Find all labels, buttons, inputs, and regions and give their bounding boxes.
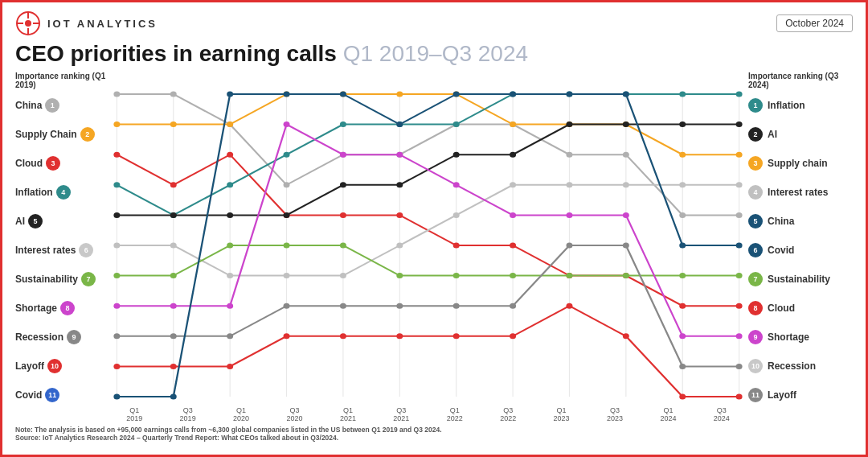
x-label-y: 2022 (428, 414, 481, 422)
logo: IOT ANALYTICS (15, 10, 158, 36)
right-label-row: 3 Supply chain (748, 149, 853, 178)
right-label-text: AI (768, 129, 777, 140)
x-label-group: Q32022 (481, 406, 534, 422)
data-point (453, 303, 460, 309)
right-label-row: 7 Sustainability (748, 265, 853, 294)
data-point (113, 303, 120, 309)
x-label-q: Q1 (534, 406, 588, 414)
right-label-text: China (768, 216, 794, 227)
data-point (227, 152, 233, 158)
logo-text: IOT ANALYTICS (47, 18, 158, 30)
left-label-list: China 1 Supply Chain 2 Cloud 3 Inflation… (15, 91, 108, 410)
data-point (396, 212, 403, 218)
left-label-text: Supply Chain (15, 129, 77, 140)
right-rank-badge: 2 (748, 127, 763, 142)
right-label-text: Shortage (768, 331, 809, 343)
x-label-q: Q1 (641, 406, 694, 414)
left-label-row: Shortage 8 (15, 294, 108, 323)
data-point (170, 212, 177, 218)
data-point (340, 152, 346, 158)
right-label-row: 5 China (748, 207, 853, 236)
data-point (113, 152, 120, 158)
data-point (113, 273, 120, 278)
right-rank-badge: 10 (748, 359, 763, 373)
left-labels: Importance ranking (Q1 2019) China 1 Sup… (15, 72, 108, 422)
data-point (736, 394, 743, 400)
data-point (170, 364, 177, 369)
data-point (396, 303, 403, 309)
right-label-text: Recession (768, 360, 816, 372)
data-point (510, 152, 516, 158)
data-point (227, 212, 233, 218)
left-label-row: Interest rates 6 (15, 236, 108, 265)
data-point (453, 121, 460, 127)
data-point (284, 182, 290, 187)
x-axis-labels: Q12019Q32019Q12020Q32020Q12021Q32021Q120… (108, 405, 748, 422)
data-point (113, 243, 120, 249)
title-section: CEO priorities in earning calls Q1 2019–… (2, 39, 866, 72)
data-point (736, 243, 743, 249)
data-point (284, 303, 290, 309)
main-container: IOT ANALYTICS October 2024 CEO prioritie… (0, 0, 868, 457)
data-point (679, 182, 686, 187)
data-point (566, 92, 572, 97)
right-label-text: Sustainability (768, 274, 830, 285)
data-point (566, 182, 572, 187)
data-point (736, 333, 743, 339)
left-rank-badge: 1 (45, 98, 59, 113)
data-point (113, 212, 120, 218)
data-point (284, 92, 290, 97)
right-ranking-header: Importance ranking (Q3 2024) (748, 72, 853, 89)
data-point (453, 212, 460, 218)
x-label-y: 2024 (695, 414, 748, 422)
data-point (679, 243, 686, 249)
right-rank-badge: 9 (748, 330, 763, 344)
right-labels: Importance ranking (Q3 2024) 1 Inflation… (748, 72, 853, 422)
data-point (340, 212, 346, 218)
x-label-y: 2023 (534, 414, 588, 422)
data-point (510, 273, 516, 278)
left-label-text: Cloud (15, 158, 43, 169)
right-label-list: 1 Inflation 2 AI 3 Supply chain 4 Intere… (748, 91, 853, 410)
chart-area: Importance ranking (Q1 2019) China 1 Sup… (2, 72, 866, 422)
left-label-text: China (15, 100, 42, 111)
x-label-q: Q3 (375, 406, 428, 414)
right-label-text: Supply chain (768, 158, 828, 169)
data-point (510, 212, 516, 218)
data-point (340, 182, 346, 187)
data-point (170, 182, 177, 187)
x-label-q: Q1 (108, 406, 161, 414)
source-label: Source: (15, 434, 41, 442)
data-point (736, 273, 743, 278)
data-point (736, 364, 743, 369)
data-point (284, 333, 290, 339)
right-label-row: 6 Covid (748, 236, 853, 265)
data-point (170, 303, 177, 309)
left-label-row: Supply Chain 2 (15, 120, 108, 149)
right-label-text: Interest rates (768, 187, 828, 198)
data-point (396, 92, 403, 97)
data-point (566, 303, 572, 309)
right-label-text: Inflation (768, 100, 805, 111)
data-point (510, 243, 516, 249)
right-rank-badge: 8 (748, 301, 763, 315)
left-label-row: Inflation 4 (15, 178, 108, 207)
data-point (736, 303, 743, 309)
right-label-row: 1 Inflation (748, 91, 853, 120)
data-point (227, 364, 233, 369)
data-point (453, 152, 460, 158)
data-point (623, 182, 629, 187)
data-point (623, 92, 629, 97)
left-rank-badge: 9 (67, 330, 81, 344)
data-point (227, 121, 233, 127)
data-point (679, 121, 686, 127)
data-point (453, 182, 460, 187)
x-label-y: 2019 (161, 414, 214, 422)
x-label-group: Q12020 (215, 406, 268, 422)
data-point (396, 121, 403, 127)
left-label-row: Covid 11 (15, 381, 108, 410)
footer: Note: The analysis is based on +95,000 e… (2, 422, 866, 445)
right-label-text: Layoff (768, 389, 796, 401)
data-point (623, 212, 629, 218)
data-point (679, 333, 686, 339)
